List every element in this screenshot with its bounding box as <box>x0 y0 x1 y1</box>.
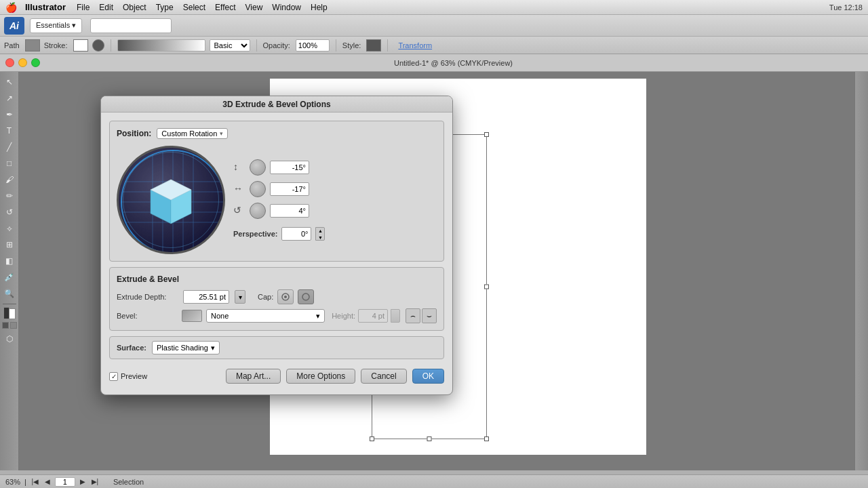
opacity-input[interactable] <box>296 39 330 52</box>
position-section: Position: Custom Rotation ▾ <box>109 121 444 262</box>
next-page-btn[interactable]: ▶ <box>78 477 87 487</box>
style-swatch[interactable] <box>366 39 381 52</box>
svg-point-18 <box>284 296 287 298</box>
x-rotation-knob[interactable] <box>250 159 266 176</box>
style-label: Style: <box>342 41 361 49</box>
z-rotation-input[interactable] <box>270 204 309 218</box>
perspective-label: Perspective: <box>233 230 277 238</box>
preview-check: ✓ Preview <box>109 372 147 381</box>
perspective-input[interactable] <box>281 227 311 241</box>
window-title: Untitled-1* @ 63% (CMYK/Preview) <box>44 54 863 72</box>
3d-preview-sphere[interactable] <box>117 146 225 254</box>
y-rotation-row: ↔ <box>233 181 437 197</box>
last-page-btn[interactable]: ▶| <box>90 477 100 487</box>
main-area: ↖ ↗ ✒ T ╱ □ 🖌 ✏ ↺ ⟡ ⊞ ◧ 💉 🔍 ⬡ <box>0 72 868 470</box>
dialog-overlay: 3D Extrude & Bevel Options Position: Cus… <box>0 72 868 470</box>
surface-dropdown[interactable]: Plastic Shading ▾ <box>152 341 220 354</box>
stroke-weight[interactable] <box>117 39 205 52</box>
stepper-down-icon: ▼ <box>316 235 324 241</box>
extrude-title: Extrude & Bevel <box>117 274 437 284</box>
menu-object[interactable]: Object <box>123 3 146 12</box>
height-stepper <box>391 309 400 323</box>
menubar-time: Tue 12:18 <box>829 3 863 12</box>
bevel-arrow-icon: ▾ <box>316 312 320 321</box>
search-bar[interactable] <box>90 18 172 33</box>
menu-edit[interactable]: Edit <box>99 3 113 12</box>
3d-dialog: 3D Extrude & Bevel Options Position: Cus… <box>100 96 453 395</box>
more-options-button[interactable]: More Options <box>286 369 355 384</box>
divider2 <box>256 39 257 52</box>
bevel-value: None <box>211 312 229 320</box>
bevel-icons: ⌢ ⌣ <box>406 308 437 323</box>
maximize-button[interactable] <box>31 58 40 67</box>
extrude-row: Extrude Depth: ▾ Cap: <box>117 289 437 304</box>
minimize-button[interactable] <box>18 58 27 67</box>
page-input[interactable] <box>55 477 75 487</box>
button-row: ✓ Preview Map Art... More Options Cancel… <box>109 366 444 386</box>
map-art-button[interactable]: Map Art... <box>226 369 281 384</box>
stepper-up-icon: ▲ <box>316 228 324 235</box>
bevel-preview <box>182 310 202 322</box>
position-arrow-icon: ▾ <box>220 130 223 137</box>
menubar: 🍎 Illustrator File Edit Object Type Sele… <box>0 0 868 15</box>
menu-type[interactable]: Type <box>156 3 174 12</box>
menu-window[interactable]: Window <box>272 3 301 12</box>
position-dropdown[interactable]: Custom Rotation ▾ <box>157 128 228 139</box>
bevel-concave-btn: ⌣ <box>422 308 437 323</box>
cancel-button[interactable]: Cancel <box>361 369 406 384</box>
tool-name: Selection <box>113 478 144 486</box>
cap-off-button[interactable] <box>298 289 314 304</box>
ok-button[interactable]: OK <box>412 369 444 384</box>
apple-menu[interactable]: 🍎 <box>5 2 17 13</box>
svg-point-19 <box>302 293 309 300</box>
dialog-body: Position: Custom Rotation ▾ <box>101 113 452 394</box>
stroke-swatch[interactable] <box>73 39 88 52</box>
stroke-style-select[interactable]: Basic <box>210 39 250 52</box>
extrude-depth-stepper[interactable]: ▾ <box>235 290 245 304</box>
cap-on-icon <box>281 292 290 302</box>
surface-label: Surface: <box>117 344 146 352</box>
height-section: Height: ⌢ ⌣ <box>332 308 437 323</box>
x-rotation-input[interactable] <box>270 161 309 174</box>
cap-on-button[interactable] <box>277 289 294 304</box>
preview-label: Preview <box>121 372 147 380</box>
bottom-bar: 63% | |◀ ◀ ▶ ▶| Selection <box>0 474 868 488</box>
3d-cube <box>140 169 201 230</box>
perspective-stepper[interactable]: ▲ ▼ <box>315 227 325 241</box>
divider1 <box>111 39 111 52</box>
preview-checkbox[interactable]: ✓ <box>109 372 118 381</box>
cap-label: Cap: <box>258 293 273 301</box>
menu-view[interactable]: View <box>245 3 263 12</box>
menu-select[interactable]: Select <box>183 3 205 12</box>
bevel-convex-btn: ⌢ <box>406 308 420 323</box>
rotation-controls: ↕ ↔ ↺ <box>233 146 437 254</box>
menu-effect[interactable]: Effect <box>215 3 235 12</box>
divider3 <box>336 39 336 52</box>
cap-off-icon <box>301 292 311 302</box>
y-rotation-input[interactable] <box>270 182 309 196</box>
height-input <box>358 309 388 323</box>
x-rotation-row: ↕ <box>233 159 437 176</box>
stroke-label: Stroke: <box>44 41 68 49</box>
stroke-option[interactable] <box>92 39 104 52</box>
transform-btn[interactable]: Transform <box>394 38 436 53</box>
prev-page-btn[interactable]: ◀ <box>43 477 52 487</box>
bevel-label: Bevel: <box>117 312 178 320</box>
opacity-label: Opacity: <box>263 41 290 49</box>
dialog-titlebar: 3D Extrude & Bevel Options <box>101 96 452 113</box>
toolbar-workspace[interactable]: Essentials ▾ <box>30 18 82 33</box>
menu-help[interactable]: Help <box>311 3 328 12</box>
checkmark-icon: ✓ <box>111 373 117 380</box>
pagination-bar: |◀ ◀ ▶ ▶| <box>31 477 100 487</box>
first-page-btn[interactable]: |◀ <box>31 477 40 487</box>
y-rotation-knob[interactable] <box>250 181 266 197</box>
bevel-dropdown[interactable]: None ▾ <box>206 309 325 323</box>
position-header: Position: Custom Rotation ▾ <box>117 128 437 139</box>
extrude-depth-input[interactable] <box>183 290 229 304</box>
z-rotation-knob[interactable] <box>250 203 266 219</box>
surface-arrow-icon: ▾ <box>211 344 215 352</box>
menu-file[interactable]: File <box>77 3 90 12</box>
fill-swatch[interactable] <box>25 39 40 52</box>
extrude-depth-label: Extrude Depth: <box>117 293 178 301</box>
close-button[interactable] <box>5 58 14 67</box>
